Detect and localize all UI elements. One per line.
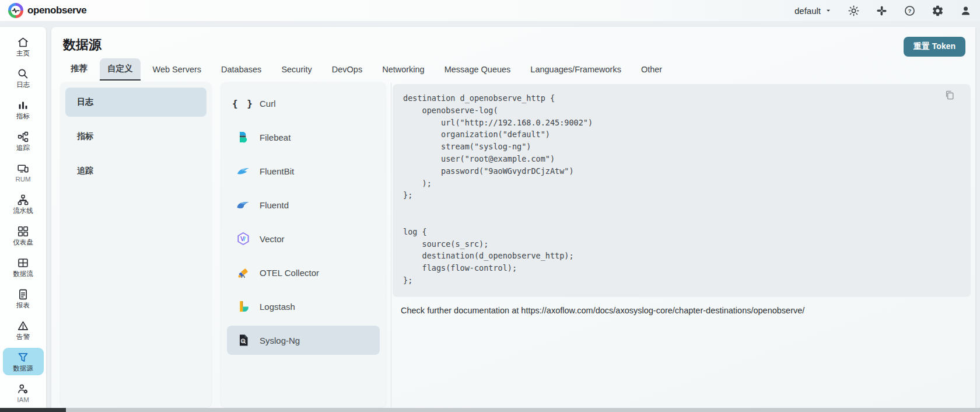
sidebar-item-alerts[interactable]: 告警: [3, 316, 44, 344]
collector-label: Fluentd: [260, 200, 289, 210]
slack-icon[interactable]: [876, 5, 888, 17]
openobserve-logo[interactable]: openobserve: [8, 3, 86, 18]
svg-text:V: V: [240, 235, 244, 242]
collector-label: Logstash: [260, 302, 295, 312]
config-details-pane: destination d_openobserve_http { openobs…: [391, 83, 971, 407]
tab-networking[interactable]: Networking: [374, 60, 432, 81]
collector-label: Curl: [260, 99, 276, 109]
collector-item-curl[interactable]: { } Curl: [227, 89, 380, 118]
settings-gear-icon[interactable]: [932, 5, 944, 17]
collector-label: OTEL Collector: [260, 268, 319, 278]
sidebar-item-data-sources[interactable]: 数据源: [3, 348, 44, 375]
filebeat-icon: [236, 130, 251, 145]
tab-devops[interactable]: DevOps: [324, 60, 370, 81]
collector-list: { } Curl Filebeat: [221, 83, 386, 407]
collector-item-syslog-ng[interactable]: a Syslog-Ng: [227, 326, 380, 355]
tab-security[interactable]: Security: [274, 60, 319, 81]
category-item-traces[interactable]: 追踪: [65, 156, 206, 186]
bar-chart-icon: [17, 99, 29, 111]
sidebar-item-label: 报表: [16, 302, 30, 309]
sidebar-item-pipelines[interactable]: 流水线: [3, 190, 44, 218]
collector-item-vector[interactable]: V Vector: [227, 224, 380, 253]
sidebar-item-dashboards[interactable]: 仪表盘: [3, 222, 44, 249]
tab-web-servers[interactable]: Web Servers: [145, 60, 209, 81]
devices-icon: [17, 162, 29, 174]
collector-item-filebeat[interactable]: Filebeat: [227, 123, 380, 152]
collector-label: Vector: [260, 234, 285, 244]
brand-name: openobserve: [27, 5, 86, 16]
config-code-block: destination d_openobserve_http { openobs…: [393, 84, 971, 297]
search-icon: [17, 68, 29, 80]
collector-item-fluentd[interactable]: Fluentd: [227, 190, 380, 219]
copy-icon[interactable]: [944, 89, 956, 101]
fluentd-bird-icon: [236, 197, 251, 212]
fluentbit-bird-icon: [236, 163, 251, 179]
logstash-icon: [236, 299, 251, 314]
category-item-metrics[interactable]: 指标: [65, 122, 206, 151]
page-title: 数据源: [63, 36, 971, 54]
top-bar: openobserve default: [0, 0, 980, 21]
category-item-logs[interactable]: 日志: [65, 88, 206, 117]
signal-type-list: 日志 指标 追踪: [61, 83, 211, 407]
sidebar-item-reports[interactable]: 报表: [3, 285, 44, 312]
vector-hexagon-icon: V: [236, 231, 251, 246]
pipeline-tree-icon: [17, 194, 29, 206]
user-account-icon[interactable]: [960, 5, 972, 17]
sidebar-item-metrics[interactable]: 指标: [3, 96, 44, 123]
openobserve-logo-icon: [8, 3, 23, 18]
sidebar-item-label: 指标: [16, 113, 30, 120]
collector-item-otel-collector[interactable]: OTEL Collector: [227, 258, 380, 287]
main-content: 数据源 重置 Token 推荐 自定义 Web Servers Database…: [51, 27, 975, 412]
curl-braces-icon: { }: [236, 96, 251, 111]
svg-text:?: ?: [908, 8, 912, 14]
org-selector-value: default: [794, 6, 821, 16]
collector-item-logstash[interactable]: Logstash: [227, 292, 380, 321]
tab-recommended[interactable]: 推荐: [63, 58, 95, 81]
sidebar-item-logs[interactable]: 日志: [3, 64, 44, 92]
org-selector-dropdown[interactable]: default: [794, 6, 832, 16]
sidebar-item-streams[interactable]: 数据流: [3, 253, 44, 281]
sidebar-item-label: 告警: [16, 333, 30, 340]
svg-text:a: a: [242, 340, 244, 343]
streams-grid-icon: [17, 257, 29, 269]
sidebar-item-label: 仪表盘: [13, 239, 33, 246]
config-code-text: destination d_openobserve_http { openobs…: [403, 92, 944, 287]
user-gear-icon: [17, 383, 29, 395]
otel-telescope-icon: [236, 265, 251, 280]
tab-languages-frameworks[interactable]: Languages/Frameworks: [523, 60, 629, 81]
collector-label: FluentBit: [260, 166, 294, 176]
sidebar-item-iam[interactable]: IAM: [3, 379, 44, 407]
dashboard-icon: [17, 225, 29, 238]
collector-label: Syslog-Ng: [260, 336, 300, 345]
tab-other[interactable]: Other: [634, 60, 670, 81]
documentation-note: Check further documentation at https://a…: [401, 306, 971, 315]
tab-databases[interactable]: Databases: [214, 60, 269, 81]
horizontal-scrollbar-thumb[interactable]: [0, 408, 66, 412]
alert-triangle-icon: [17, 320, 29, 332]
sidebar-item-home[interactable]: 主页: [3, 33, 44, 60]
sidebar-item-label: 日志: [16, 81, 30, 88]
category-tabs: 推荐 自定义 Web Servers Databases Security De…: [63, 58, 971, 81]
sidebar-item-label: 数据流: [13, 270, 33, 277]
horizontal-scrollbar-track[interactable]: [0, 408, 980, 412]
sidebar-item-label: RUM: [15, 176, 30, 183]
sidebar-item-label: IAM: [17, 396, 29, 403]
report-doc-icon: [17, 288, 29, 301]
sidebar-item-label: 追踪: [16, 144, 30, 151]
home-icon: [17, 36, 29, 48]
syslogng-file-icon: a: [236, 333, 251, 348]
tab-message-queues[interactable]: Message Queues: [437, 60, 519, 81]
sidebar-item-label: 数据源: [13, 365, 33, 372]
sidebar-item-rum[interactable]: RUM: [3, 159, 44, 186]
funnel-icon: [17, 351, 29, 364]
light-mode-icon[interactable]: [848, 5, 860, 17]
collector-item-fluentbit[interactable]: FluentBit: [227, 156, 380, 186]
sidebar-item-label: 流水线: [13, 207, 33, 214]
help-icon[interactable]: ?: [904, 5, 916, 17]
tab-custom[interactable]: 自定义: [100, 58, 141, 81]
reset-token-button[interactable]: 重置 Token: [904, 37, 965, 57]
sidebar-item-traces[interactable]: 追踪: [3, 127, 44, 155]
chevron-down-icon: [825, 7, 832, 14]
left-nav-rail: 主页 日志 指标 追踪 RUM: [0, 27, 46, 412]
collector-label: Filebeat: [260, 132, 290, 142]
